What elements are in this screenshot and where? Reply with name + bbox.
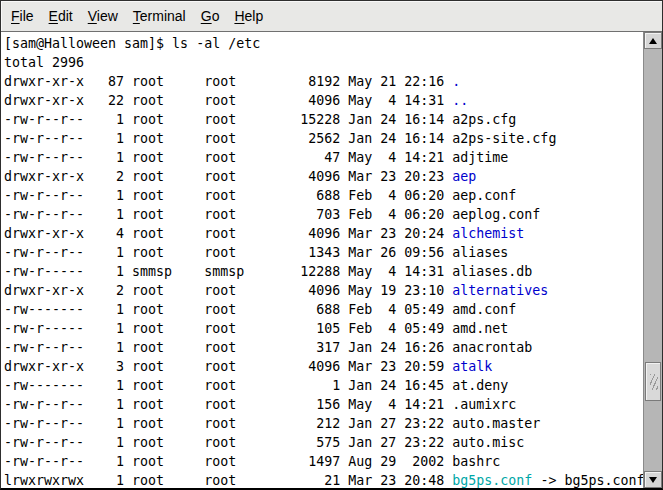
directory-name: aep	[452, 169, 476, 184]
terminal-line: -rw-r--r-- 1 root root 47 May 4 14:21 ad…	[4, 148, 643, 167]
terminal-line: -rw-r----- 1 root root 105 Feb 4 05:49 a…	[4, 319, 643, 338]
menu-item-label: F	[11, 8, 20, 24]
file-name: amd.conf	[452, 302, 516, 317]
file-name: auto.master	[452, 416, 540, 431]
file-name: aliases	[452, 245, 508, 260]
menu-item-label: T	[133, 8, 140, 24]
menu-bar: FileEditViewTerminalGoHelp	[1, 1, 662, 32]
terminal-window: FileEditViewTerminalGoHelp [sam@Hallowee…	[0, 0, 663, 490]
directory-name: ..	[452, 93, 468, 108]
down-arrow-icon	[649, 477, 657, 483]
scroll-up-button[interactable]	[644, 32, 662, 49]
directory-name: alternatives	[452, 283, 548, 298]
menu-item-edit[interactable]: Edit	[46, 6, 76, 26]
terminal-line: [sam@Halloween sam]$ ls -al /etc	[4, 34, 643, 53]
terminal-line: drwxr-xr-x 3 root root 4096 Mar 23 20:59…	[4, 357, 643, 376]
file-name: anacrontab	[452, 340, 532, 355]
terminal-line: -rw-r--r-- 1 root root 1343 Mar 26 09:56…	[4, 243, 643, 262]
menu-item-label: E	[49, 8, 58, 24]
file-name: aeplog.conf	[452, 207, 540, 222]
file-name: aliases.db	[452, 264, 532, 279]
directory-name: .	[452, 74, 460, 89]
terminal-line: -rw-r--r-- 1 root root 317 Jan 24 16:26 …	[4, 338, 643, 357]
scrollbar-thumb[interactable]	[645, 362, 661, 401]
terminal-line: -rw-r----- 1 smmsp smmsp 12288 May 4 14:…	[4, 262, 643, 281]
terminal-output[interactable]: [sam@Halloween sam]$ ls -al /etctotal 29…	[1, 32, 643, 488]
file-name: .aumixrc	[452, 397, 516, 412]
terminal-line: drwxr-xr-x 4 root root 4096 Mar 23 20:24…	[4, 224, 643, 243]
file-name: at.deny	[452, 378, 508, 393]
file-name: adjtime	[452, 150, 508, 165]
menu-item-terminal[interactable]: Terminal	[130, 6, 189, 26]
symlink-name: bg5ps.conf	[452, 473, 532, 488]
terminal-line: drwxr-xr-x 87 root root 8192 May 21 22:1…	[4, 72, 643, 91]
terminal-line: -rw-r--r-- 1 root root 212 Jan 27 23:22 …	[4, 414, 643, 433]
terminal-line: -rw-r--r-- 1 root root 1497 Aug 29 2002 …	[4, 452, 643, 471]
scroll-down-button[interactable]	[644, 471, 662, 488]
terminal-line: -rw------- 1 root root 688 Feb 4 05:49 a…	[4, 300, 643, 319]
up-arrow-icon	[649, 38, 657, 44]
terminal-line: drwxr-xr-x 2 root root 4096 Mar 23 20:23…	[4, 167, 643, 186]
terminal-line: -rw-r--r-- 1 root root 156 May 4 14:21 .…	[4, 395, 643, 414]
menu-item-label: H	[234, 8, 244, 24]
terminal-line: -rw------- 1 root root 1 Jan 24 16:45 at…	[4, 376, 643, 395]
terminal-line: -rw-r--r-- 1 root root 15228 Jan 24 16:1…	[4, 110, 643, 129]
terminal-content: [sam@Halloween sam]$ ls -al /etctotal 29…	[1, 32, 662, 488]
terminal-line: -rw-r--r-- 1 root root 703 Feb 4 06:20 a…	[4, 205, 643, 224]
terminal-line: lrwxrwxrwx 1 root root 21 Mar 23 20:48 b…	[4, 471, 643, 488]
directory-name: alchemist	[452, 226, 524, 241]
terminal-line: -rw-r--r-- 1 root root 688 Feb 4 06:20 a…	[4, 186, 643, 205]
directory-name: atalk	[452, 359, 492, 374]
file-name: a2ps-site.cfg	[452, 131, 556, 146]
file-name: auto.misc	[452, 435, 524, 450]
menu-item-help[interactable]: Help	[231, 6, 266, 26]
terminal-line: drwxr-xr-x 22 root root 4096 May 4 14:31…	[4, 91, 643, 110]
file-name: amd.net	[452, 321, 508, 336]
terminal-line: -rw-r--r-- 1 root root 575 Jan 27 23:22 …	[4, 433, 643, 452]
menu-item-file[interactable]: File	[8, 6, 37, 26]
scrollbar[interactable]	[643, 32, 662, 488]
terminal-line: drwxr-xr-x 2 root root 4096 May 19 23:10…	[4, 281, 643, 300]
menu-item-label: G	[201, 8, 212, 24]
menu-item-view[interactable]: View	[85, 6, 121, 26]
terminal-line: total 2996	[4, 53, 643, 72]
file-name: bashrc	[452, 454, 500, 469]
file-name: a2ps.cfg	[452, 112, 516, 127]
terminal-line: -rw-r--r-- 1 root root 2562 Jan 24 16:14…	[4, 129, 643, 148]
menu-item-label: V	[88, 8, 97, 24]
menu-item-go[interactable]: Go	[198, 6, 223, 26]
file-name: aep.conf	[452, 188, 516, 203]
